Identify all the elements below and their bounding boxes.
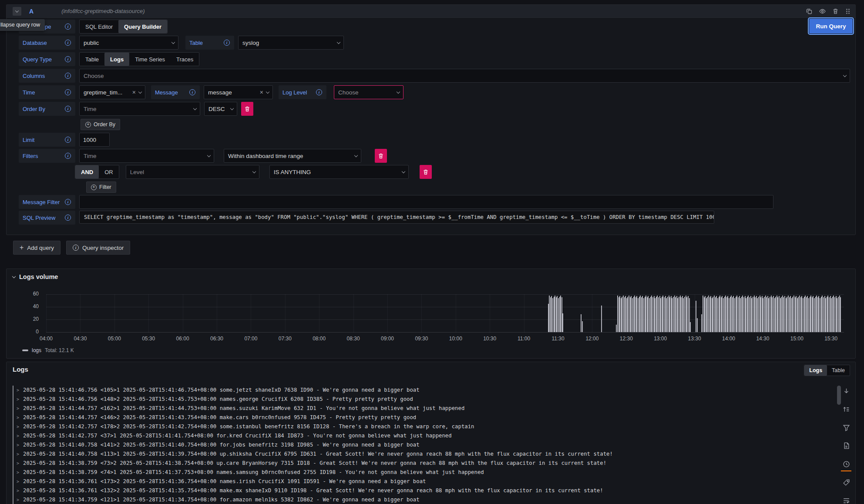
tab-query-builder[interactable]: Query Builder: [118, 20, 167, 33]
chevron-down-icon: [337, 40, 340, 44]
trash-icon: [244, 106, 250, 112]
field-label-order-by: Order Byi: [19, 102, 75, 116]
filter-icon[interactable]: [842, 423, 851, 432]
database-select[interactable]: public: [79, 36, 178, 50]
wrap-lines-icon[interactable]: [842, 496, 851, 504]
y-axis-label: 20: [24, 316, 39, 322]
log-row[interactable]: >2025-05-28 15:41:42.757 <37>1 2025-05-2…: [13, 431, 836, 440]
time-column-select[interactable]: greptime_tim... ×: [79, 85, 145, 99]
logs-panel-title[interactable]: Logs: [13, 366, 28, 373]
delete-query-button[interactable]: [832, 8, 839, 15]
log-row[interactable]: >2025-05-28 15:41:38.759 <73>2 2025-05-2…: [13, 459, 836, 468]
unique-labels-icon[interactable]: [842, 478, 851, 487]
expand-log-row-icon[interactable]: >: [17, 431, 19, 440]
duplicate-query-button[interactable]: [806, 8, 813, 15]
order-by-field-select[interactable]: Time: [79, 102, 200, 116]
logs-volume-title[interactable]: Logs volume: [19, 273, 58, 280]
info-icon[interactable]: i: [65, 199, 71, 205]
filter1-operator-select[interactable]: Within dashboard time range: [224, 149, 361, 163]
info-icon[interactable]: i: [189, 89, 195, 95]
expand-log-row-icon[interactable]: >: [17, 386, 19, 395]
run-query-button[interactable]: Run Query: [809, 19, 853, 34]
remove-filter1-button[interactable]: [375, 149, 387, 163]
x-axis-label: 13:30: [682, 336, 707, 342]
info-icon[interactable]: i: [65, 153, 71, 159]
info-icon[interactable]: i: [65, 24, 71, 30]
log-row[interactable]: >2025-05-28 15:41:44.757 <146>2 2025-05-…: [13, 413, 836, 422]
log-row[interactable]: >2025-05-28 15:41:38.759 <74>1 2025-05-2…: [13, 468, 836, 477]
log-row[interactable]: >2025-05-28 15:41:46.756 <105>1 2025-05-…: [13, 386, 836, 395]
log-row[interactable]: >2025-05-28 15:41:36.761 <132>2 2025-05-…: [13, 486, 836, 495]
query-type-time-series[interactable]: Time Series: [129, 53, 171, 66]
info-icon[interactable]: i: [316, 89, 322, 95]
info-icon[interactable]: i: [65, 40, 71, 46]
add-order-by-button[interactable]: + Order By: [81, 119, 120, 130]
info-icon[interactable]: i: [65, 106, 71, 112]
sort-oldest-first-icon[interactable]: [842, 405, 851, 413]
add-filter-button[interactable]: + Filter: [86, 181, 116, 193]
condition-and[interactable]: AND: [75, 165, 99, 178]
legend-series-label[interactable]: logs: [32, 347, 41, 353]
trash-icon: [832, 8, 839, 15]
info-icon[interactable]: i: [65, 215, 71, 221]
toggle-logs[interactable]: Logs: [804, 365, 827, 376]
collapse-query-row-button[interactable]: [13, 7, 21, 16]
remove-order-by-button[interactable]: [241, 102, 253, 116]
x-axis-label: 13:00: [648, 336, 672, 342]
query-type-logs[interactable]: Logs: [104, 53, 129, 66]
expand-log-row-icon[interactable]: >: [17, 495, 19, 504]
clear-icon[interactable]: ×: [260, 89, 263, 95]
info-icon[interactable]: i: [224, 40, 230, 46]
query-type-traces[interactable]: Traces: [171, 53, 199, 66]
expand-log-row-icon[interactable]: >: [17, 486, 19, 495]
expand-log-row-icon[interactable]: >: [17, 422, 19, 431]
hide-query-button[interactable]: [819, 8, 826, 15]
scroll-to-bottom-icon[interactable]: [842, 386, 851, 395]
expand-log-row-icon[interactable]: >: [17, 395, 19, 404]
log-row[interactable]: >2025-05-28 15:41:40.758 <113>1 2025-05-…: [13, 450, 836, 459]
info-icon[interactable]: i: [65, 56, 71, 62]
log-level-select[interactable]: Choose: [334, 85, 403, 99]
expand-log-row-icon[interactable]: >: [17, 404, 19, 413]
table-select[interactable]: syslog: [238, 36, 344, 50]
query-inspector-button[interactable]: i Query inspector: [66, 241, 130, 255]
toggle-table[interactable]: Table: [827, 365, 850, 376]
query-type-table[interactable]: Table: [80, 53, 104, 66]
clear-icon[interactable]: ×: [132, 89, 136, 95]
log-row[interactable]: >2025-05-28 15:41:42.757 <178>2 2025-05-…: [13, 422, 836, 431]
collapse-panel-icon[interactable]: [12, 274, 16, 278]
log-row[interactable]: >2025-05-28 15:41:36.761 <173>2 2025-05-…: [13, 477, 836, 486]
filter2-field-select[interactable]: Level: [126, 165, 259, 179]
message-filter-input[interactable]: [79, 195, 773, 209]
log-row[interactable]: >2025-05-28 15:41:34.759 <121>1 2025-05-…: [13, 495, 836, 504]
expand-log-row-icon[interactable]: >: [17, 477, 19, 486]
logs-volume-plot[interactable]: [46, 294, 844, 332]
condition-or[interactable]: OR: [99, 165, 119, 178]
show-time-icon[interactable]: [842, 460, 851, 468]
expand-log-row-icon[interactable]: >: [17, 413, 19, 422]
log-row-text: 2025-05-28 15:41:46.756 <105>1 2025-05-2…: [23, 386, 420, 395]
expand-log-row-icon[interactable]: >: [17, 459, 19, 468]
info-icon[interactable]: i: [65, 73, 71, 79]
limit-input[interactable]: [79, 133, 110, 147]
columns-select[interactable]: Choose: [79, 69, 850, 83]
message-column-select[interactable]: message ×: [204, 85, 273, 99]
log-row[interactable]: >2025-05-28 15:41:46.756 <148>2 2025-05-…: [13, 395, 836, 404]
legend-swatch: [22, 349, 28, 351]
drag-handle[interactable]: [845, 8, 851, 15]
tab-sql-editor[interactable]: SQL Editor: [80, 20, 118, 33]
filter1-field-select[interactable]: Time: [79, 149, 214, 163]
expand-log-row-icon[interactable]: >: [17, 440, 19, 450]
expand-log-row-icon[interactable]: >: [17, 468, 19, 477]
chevron-down-icon: [266, 90, 269, 93]
log-details-icon[interactable]: [842, 441, 851, 450]
remove-filter2-button[interactable]: [420, 165, 432, 179]
order-by-direction-select[interactable]: DESC: [204, 102, 237, 116]
filter2-operator-select[interactable]: IS ANYTHING: [269, 165, 409, 179]
log-row[interactable]: >2025-05-28 15:41:40.758 <141>2 2025-05-…: [13, 440, 836, 450]
info-icon[interactable]: i: [65, 89, 71, 95]
log-row[interactable]: >2025-05-28 15:41:44.757 <162>1 2025-05-…: [13, 404, 836, 413]
info-icon[interactable]: i: [65, 137, 71, 143]
add-query-button[interactable]: + Add query: [13, 241, 61, 255]
expand-log-row-icon[interactable]: >: [17, 450, 19, 459]
